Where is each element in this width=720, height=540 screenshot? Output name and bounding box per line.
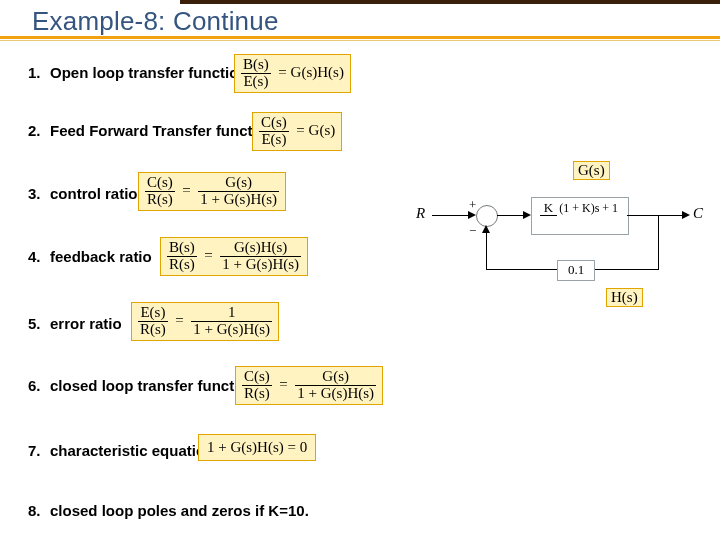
block-diagram: G(s) H(s) R + − K(1 + K)s + 1 C 0.1 xyxy=(420,175,700,307)
arrow-icon xyxy=(523,211,531,219)
diagram-R: R xyxy=(416,205,425,222)
block-G: K(1 + K)s + 1 xyxy=(531,197,629,235)
formula-open-loop: B(s)E(s) = G(s)H(s) xyxy=(234,54,351,93)
summing-junction xyxy=(476,205,498,227)
item-8: 8.closed loop poles and zeros if K=10. xyxy=(28,502,309,519)
diagram-label-H: H(s) xyxy=(606,288,643,307)
slide-top-decoration xyxy=(180,0,720,4)
arrow-icon xyxy=(682,211,690,219)
item-6: 6.closed loop transfer function xyxy=(28,377,257,394)
formula-feedback-ratio: B(s)R(s) = G(s)H(s)1 + G(s)H(s) xyxy=(160,237,308,276)
item-2: 2.Feed Forward Transfer functi xyxy=(28,122,257,139)
item-3: 3.control ratio xyxy=(28,185,138,202)
item-1: 1.Open loop transfer function xyxy=(28,64,248,81)
item-4: 4.feedback ratio xyxy=(28,248,152,265)
formula-characteristic-eq: 1 + G(s)H(s) = 0 xyxy=(198,434,316,461)
formula-error-ratio: E(s)R(s) = 11 + G(s)H(s) xyxy=(131,302,279,341)
item-7: 7.characteristic equatio xyxy=(28,442,205,459)
diagram-C: C xyxy=(693,205,703,222)
formula-feed-forward: C(s)E(s) = G(s) xyxy=(252,112,342,151)
title-underline-thin xyxy=(0,40,720,41)
formula-control-ratio: C(s)R(s) = G(s)1 + G(s)H(s) xyxy=(138,172,286,211)
arrow-icon xyxy=(482,225,490,233)
diagram-label-G: G(s) xyxy=(573,161,610,180)
title-underline xyxy=(0,36,720,39)
block-H: 0.1 xyxy=(557,260,595,281)
formula-closed-loop: C(s)R(s) = G(s)1 + G(s)H(s) xyxy=(235,366,383,405)
item-5: 5.error ratio xyxy=(28,315,122,332)
slide-title: Example-8: Continue xyxy=(32,6,279,37)
